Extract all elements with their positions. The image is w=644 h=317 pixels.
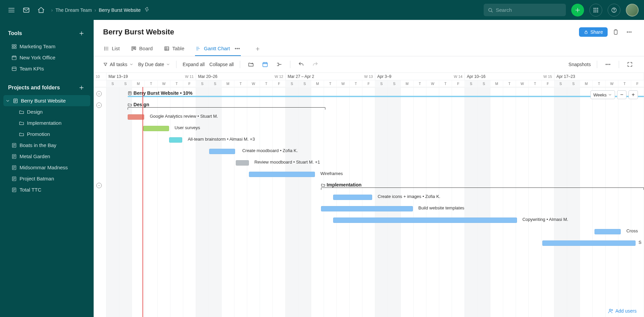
search-icon [488,7,493,13]
implementation-summary-label[interactable]: Implementation [321,182,361,188]
user-avatar[interactable] [626,4,639,17]
more-icon[interactable] [624,27,635,37]
task-bar-brainstorm[interactable] [169,137,182,143]
snapshots-button[interactable]: Snapshots [569,62,591,67]
sidebar-item-berry[interactable]: Berry Burst Website [3,95,90,106]
zoom-dropdown[interactable]: Weeks [590,90,615,99]
create-button[interactable] [571,4,584,17]
content-area: Berry Burst Website Share List Board Tab… [94,20,644,317]
share-button[interactable]: Share [579,27,608,37]
task-bar-build[interactable] [321,206,413,211]
sidebar-item-metal[interactable]: Metal Garden [3,151,90,162]
sidebar-item-kpis[interactable]: Team KPIs [3,63,90,74]
sidebar-item-marketing[interactable]: Marketing Team [3,41,90,52]
collapse-project-button[interactable]: − [96,91,102,96]
help-icon[interactable] [608,4,620,17]
day-header: S [465,80,478,87]
gantt-body[interactable]: Weeks − + − Berry Burst Website • 10% − [94,87,644,317]
tab-board[interactable]: Board [130,41,153,56]
sidebar: Tools Marketing Team New York Office Tea… [0,20,94,317]
redo-icon[interactable] [311,60,320,69]
task-bar-wireframes[interactable] [249,172,315,177]
svg-point-40 [609,64,610,65]
hamburger-icon[interactable] [5,4,18,16]
sidebar-item-nyoffice[interactable]: New York Office [3,52,90,63]
inbox-icon[interactable] [20,4,32,16]
fullscreen-icon[interactable] [625,60,635,69]
day-header: S [106,80,119,87]
day-header: W [337,80,350,87]
svg-point-28 [629,32,630,32]
add-users-button[interactable]: Add users [605,307,639,315]
task-bar-s[interactable] [542,240,636,246]
svg-rect-18 [12,67,16,70]
tab-gantt[interactable]: Gantt Chart••• [195,41,240,56]
home-icon[interactable] [35,4,47,16]
undo-icon[interactable] [296,60,306,69]
filter-icon [103,62,108,67]
tab-options-icon[interactable]: ••• [235,46,240,51]
implementation-summary-bar[interactable] [321,188,644,190]
sidebar-item-boats[interactable]: Boats in the Bay [3,140,90,151]
svg-point-30 [104,47,105,47]
clipboard-icon[interactable] [610,27,621,37]
project-summary-label[interactable]: Berry Burst Website • 10% [128,90,192,96]
folder-plus-icon[interactable] [246,60,256,69]
task-bar-user-surveys[interactable] [143,126,169,131]
search-input[interactable] [484,4,566,16]
add-project-button[interactable] [77,84,86,92]
collapse-design-button[interactable]: − [96,103,102,108]
sidebar-item-batman[interactable]: Project Batman [3,173,90,184]
day-header: F [362,80,375,87]
week-header: Mar 27 – Apr 2W 13 [286,73,375,80]
zoom-in-button[interactable]: + [629,90,638,99]
collapse-all-button[interactable]: Collapse all [210,62,234,67]
sidebar-item-ttc[interactable]: Total TTC [3,184,90,195]
breadcrumb-project[interactable]: Berry Burst Website [99,7,140,13]
task-bar-icons[interactable] [333,195,372,200]
task-bar-copywriting[interactable] [333,218,517,223]
folder-icon [19,132,24,137]
task-bar-moodboard[interactable] [209,149,235,154]
collapse-implementation-button[interactable]: − [96,183,102,188]
filter-dropdown[interactable]: All tasks [103,62,133,67]
zoom-out-button[interactable]: − [617,90,626,99]
sort-dropdown[interactable]: By Due date [138,62,170,67]
sidebar-item-design[interactable]: Design [3,106,90,117]
more-options-icon[interactable] [603,60,613,69]
svg-rect-17 [12,56,16,60]
search-field[interactable] [496,7,562,13]
sidebar-item-promotion[interactable]: Promotion [3,128,90,140]
add-tab-button[interactable] [253,44,262,54]
chevron-down-icon [129,62,133,66]
chevron-down-icon [5,98,10,103]
task-label: Google Analytics review • Stuart M. [150,114,218,119]
design-summary-bar[interactable] [128,107,325,110]
add-tool-button[interactable] [77,29,86,37]
project-icon [11,187,17,193]
tab-table[interactable]: Table [163,41,185,56]
separator [597,61,597,68]
svg-rect-33 [132,47,133,50]
day-header: T [593,80,606,87]
sidebar-item-implementation[interactable]: Implementation [3,117,90,128]
breadcrumb-team[interactable]: The Dream Team [56,7,92,13]
design-summary-label[interactable]: Design [128,102,149,107]
task-bar-review-moodboard[interactable] [236,160,249,166]
tab-list[interactable]: List [103,41,120,56]
expand-all-button[interactable]: Expand all [183,62,204,67]
sidebar-label: Marketing Team [20,44,55,49]
sidebar-item-midsommar[interactable]: Midsommar Madness [3,162,90,173]
gantt-chart[interactable]: 10Mar 13–19W 11Mar 20–26W 12Mar 27 – Apr… [94,73,644,317]
tab-label: Table [172,46,184,51]
chevron-right-icon: › [51,7,53,13]
apps-icon[interactable] [589,4,602,17]
project-summary-bar[interactable] [128,96,644,97]
calendar-today-icon[interactable] [260,60,270,69]
task-bar-cross[interactable] [594,229,621,234]
day-header: S [554,80,567,87]
dependency-icon[interactable] [275,60,284,69]
task-bar-google-analytics[interactable] [128,114,144,120]
tab-label: List [112,46,120,51]
pin-icon[interactable] [144,7,150,13]
